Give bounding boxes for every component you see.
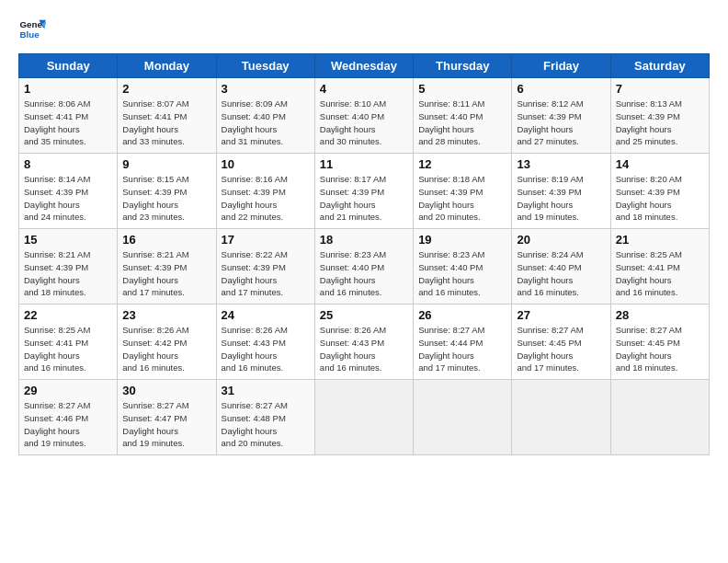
day-info: Sunrise: 8:11 AM Sunset: 4:40 PM Dayligh… <box>418 98 506 148</box>
day-info: Sunrise: 8:13 AM Sunset: 4:39 PM Dayligh… <box>616 98 704 148</box>
calendar-cell <box>512 380 610 455</box>
day-info: Sunrise: 8:27 AM Sunset: 4:45 PM Dayligh… <box>616 324 704 374</box>
day-number: 12 <box>418 157 506 171</box>
day-info: Sunrise: 8:26 AM Sunset: 4:42 PM Dayligh… <box>122 324 210 374</box>
day-number: 16 <box>122 233 210 247</box>
svg-text:Blue: Blue <box>20 29 40 40</box>
calendar-week-row: 8 Sunrise: 8:14 AM Sunset: 4:39 PM Dayli… <box>19 154 710 229</box>
calendar-week-row: 15 Sunrise: 8:21 AM Sunset: 4:39 PM Dayl… <box>19 229 710 304</box>
calendar-cell: 17 Sunrise: 8:22 AM Sunset: 4:39 PM Dayl… <box>216 229 314 304</box>
calendar-cell: 3 Sunrise: 8:09 AM Sunset: 4:40 PM Dayli… <box>216 78 314 154</box>
day-number: 1 <box>24 82 112 96</box>
calendar-cell: 20 Sunrise: 8:24 AM Sunset: 4:40 PM Dayl… <box>512 229 610 304</box>
day-header: Monday <box>118 54 216 78</box>
day-info: Sunrise: 8:07 AM Sunset: 4:41 PM Dayligh… <box>122 98 210 148</box>
calendar-cell: 8 Sunrise: 8:14 AM Sunset: 4:39 PM Dayli… <box>19 154 118 229</box>
day-info: Sunrise: 8:26 AM Sunset: 4:43 PM Dayligh… <box>222 324 310 374</box>
day-info: Sunrise: 8:15 AM Sunset: 4:39 PM Dayligh… <box>122 173 210 224</box>
calendar-week-row: 1 Sunrise: 8:06 AM Sunset: 4:41 PM Dayli… <box>19 78 710 154</box>
calendar-cell <box>314 380 413 455</box>
day-info: Sunrise: 8:09 AM Sunset: 4:40 PM Dayligh… <box>222 98 310 148</box>
calendar-week-row: 29 Sunrise: 8:27 AM Sunset: 4:46 PM Dayl… <box>19 380 710 455</box>
day-number: 29 <box>24 384 112 397</box>
day-header: Wednesday <box>314 54 413 78</box>
day-number: 11 <box>320 157 408 171</box>
day-number: 17 <box>222 233 310 247</box>
calendar-cell: 25 Sunrise: 8:26 AM Sunset: 4:43 PM Dayl… <box>314 304 413 380</box>
day-number: 9 <box>122 157 210 171</box>
calendar-cell: 15 Sunrise: 8:21 AM Sunset: 4:39 PM Dayl… <box>19 229 118 304</box>
day-number: 14 <box>616 157 704 171</box>
day-number: 2 <box>122 82 210 96</box>
day-info: Sunrise: 8:25 AM Sunset: 4:41 PM Dayligh… <box>616 248 704 299</box>
day-number: 6 <box>517 82 605 96</box>
day-info: Sunrise: 8:18 AM Sunset: 4:39 PM Dayligh… <box>418 173 506 224</box>
calendar-cell: 4 Sunrise: 8:10 AM Sunset: 4:40 PM Dayli… <box>314 78 413 154</box>
calendar-cell: 30 Sunrise: 8:27 AM Sunset: 4:47 PM Dayl… <box>118 380 216 455</box>
day-number: 27 <box>517 308 605 322</box>
calendar-cell: 7 Sunrise: 8:13 AM Sunset: 4:39 PM Dayli… <box>610 78 709 154</box>
day-number: 10 <box>222 157 310 171</box>
day-info: Sunrise: 8:25 AM Sunset: 4:41 PM Dayligh… <box>24 324 112 374</box>
day-number: 26 <box>418 308 506 322</box>
day-number: 21 <box>616 233 704 247</box>
calendar-cell: 2 Sunrise: 8:07 AM Sunset: 4:41 PM Dayli… <box>118 78 216 154</box>
calendar-body: 1 Sunrise: 8:06 AM Sunset: 4:41 PM Dayli… <box>19 78 710 455</box>
day-number: 23 <box>122 308 210 322</box>
day-info: Sunrise: 8:27 AM Sunset: 4:47 PM Dayligh… <box>122 399 210 450</box>
day-info: Sunrise: 8:21 AM Sunset: 4:39 PM Dayligh… <box>24 248 112 299</box>
day-number: 4 <box>320 82 408 96</box>
day-header: Tuesday <box>216 54 314 78</box>
day-info: Sunrise: 8:23 AM Sunset: 4:40 PM Dayligh… <box>418 248 506 299</box>
page: General Blue SundayMondayTuesdayWednesda… <box>0 0 728 563</box>
day-number: 20 <box>517 233 605 247</box>
day-info: Sunrise: 8:21 AM Sunset: 4:39 PM Dayligh… <box>122 248 210 299</box>
calendar-cell: 14 Sunrise: 8:20 AM Sunset: 4:39 PM Dayl… <box>610 154 709 229</box>
day-info: Sunrise: 8:20 AM Sunset: 4:39 PM Dayligh… <box>616 173 704 224</box>
day-header: Thursday <box>414 54 512 78</box>
calendar-header-row: SundayMondayTuesdayWednesdayThursdayFrid… <box>19 54 710 78</box>
calendar-cell: 28 Sunrise: 8:27 AM Sunset: 4:45 PM Dayl… <box>610 304 709 380</box>
day-info: Sunrise: 8:27 AM Sunset: 4:48 PM Dayligh… <box>222 399 310 450</box>
calendar-cell: 10 Sunrise: 8:16 AM Sunset: 4:39 PM Dayl… <box>216 154 314 229</box>
calendar-table: SundayMondayTuesdayWednesdayThursdayFrid… <box>18 53 710 455</box>
day-number: 19 <box>418 233 506 247</box>
day-number: 22 <box>24 308 112 322</box>
calendar-cell: 22 Sunrise: 8:25 AM Sunset: 4:41 PM Dayl… <box>19 304 118 380</box>
calendar-cell <box>610 380 709 455</box>
day-info: Sunrise: 8:16 AM Sunset: 4:39 PM Dayligh… <box>222 173 310 224</box>
logo-icon: General Blue <box>18 17 46 44</box>
calendar-cell: 5 Sunrise: 8:11 AM Sunset: 4:40 PM Dayli… <box>414 78 512 154</box>
calendar-cell: 1 Sunrise: 8:06 AM Sunset: 4:41 PM Dayli… <box>19 78 118 154</box>
calendar-cell: 24 Sunrise: 8:26 AM Sunset: 4:43 PM Dayl… <box>216 304 314 380</box>
day-info: Sunrise: 8:27 AM Sunset: 4:45 PM Dayligh… <box>517 324 605 374</box>
day-number: 5 <box>418 82 506 96</box>
logo: General Blue <box>18 17 46 44</box>
calendar-cell: 23 Sunrise: 8:26 AM Sunset: 4:42 PM Dayl… <box>118 304 216 380</box>
day-number: 7 <box>616 82 704 96</box>
day-number: 25 <box>320 308 408 322</box>
calendar-cell: 13 Sunrise: 8:19 AM Sunset: 4:39 PM Dayl… <box>512 154 610 229</box>
day-info: Sunrise: 8:23 AM Sunset: 4:40 PM Dayligh… <box>320 248 408 299</box>
day-info: Sunrise: 8:19 AM Sunset: 4:39 PM Dayligh… <box>517 173 605 224</box>
day-number: 13 <box>517 157 605 171</box>
day-info: Sunrise: 8:24 AM Sunset: 4:40 PM Dayligh… <box>517 248 605 299</box>
day-header: Sunday <box>19 54 118 78</box>
day-number: 3 <box>222 82 310 96</box>
calendar-cell: 27 Sunrise: 8:27 AM Sunset: 4:45 PM Dayl… <box>512 304 610 380</box>
header: General Blue <box>18 17 710 44</box>
day-number: 18 <box>320 233 408 247</box>
calendar-cell: 21 Sunrise: 8:25 AM Sunset: 4:41 PM Dayl… <box>610 229 709 304</box>
day-info: Sunrise: 8:06 AM Sunset: 4:41 PM Dayligh… <box>24 98 112 148</box>
calendar-cell: 11 Sunrise: 8:17 AM Sunset: 4:39 PM Dayl… <box>314 154 413 229</box>
day-number: 28 <box>616 308 704 322</box>
calendar-week-row: 22 Sunrise: 8:25 AM Sunset: 4:41 PM Dayl… <box>19 304 710 380</box>
day-info: Sunrise: 8:10 AM Sunset: 4:40 PM Dayligh… <box>320 98 408 148</box>
calendar-cell: 29 Sunrise: 8:27 AM Sunset: 4:46 PM Dayl… <box>19 380 118 455</box>
day-info: Sunrise: 8:27 AM Sunset: 4:44 PM Dayligh… <box>418 324 506 374</box>
calendar-cell: 31 Sunrise: 8:27 AM Sunset: 4:48 PM Dayl… <box>216 380 314 455</box>
calendar-cell <box>414 380 512 455</box>
day-header: Saturday <box>610 54 709 78</box>
day-number: 24 <box>222 308 310 322</box>
day-header: Friday <box>512 54 610 78</box>
